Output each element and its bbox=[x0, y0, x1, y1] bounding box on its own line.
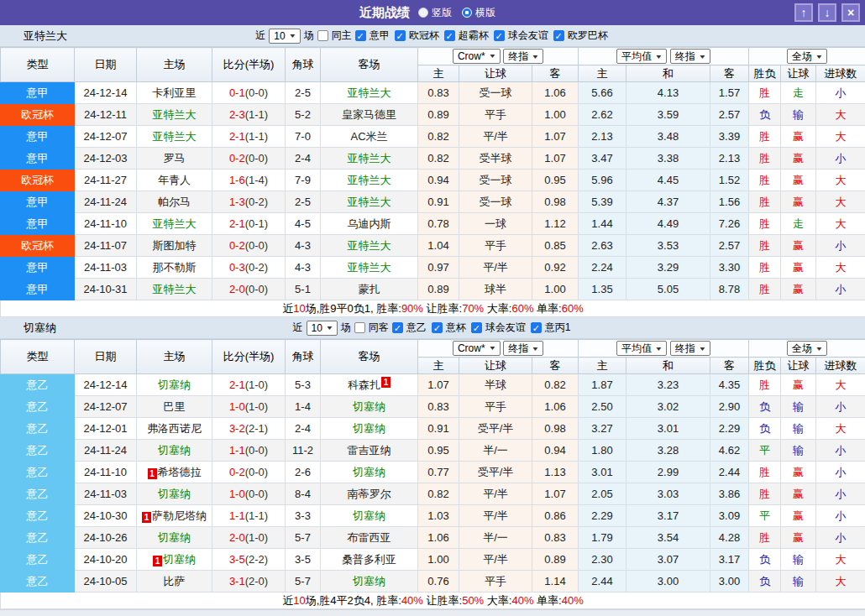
team-link: 亚特兰大 bbox=[153, 283, 197, 295]
radio-vertical-label: 竖版 bbox=[432, 6, 452, 20]
fulltime-select[interactable]: 全场▼ bbox=[787, 49, 827, 64]
away-team[interactable]: 亚特兰大 bbox=[321, 82, 418, 104]
close-button[interactable]: × bbox=[841, 3, 860, 22]
home-team[interactable]: 比萨 bbox=[137, 571, 212, 593]
home-team[interactable]: 年青人 bbox=[137, 170, 212, 191]
radio-vertical-layout[interactable]: 竖版 bbox=[418, 6, 452, 20]
away-team[interactable]: 南蒂罗尔 bbox=[321, 483, 418, 505]
team-link: 亚特兰大 bbox=[348, 196, 391, 208]
final-odds-select-2[interactable]: 终指▼ bbox=[670, 341, 710, 356]
home-team[interactable]: 切塞纳 bbox=[137, 440, 212, 462]
league-checkbox[interactable]: ✓ bbox=[471, 322, 482, 333]
away-team[interactable]: 乌迪内斯 bbox=[321, 213, 418, 235]
recent-count-select[interactable]: 10 ▼ bbox=[307, 321, 338, 336]
home-team[interactable]: 1萨勒尼塔纳 bbox=[137, 505, 212, 527]
team-link: 卡利亚里 bbox=[153, 86, 197, 99]
recent-count-select[interactable]: 10 ▼ bbox=[269, 29, 300, 44]
fulltime-score: 1-1 bbox=[229, 444, 245, 457]
final-odds-select[interactable]: 终指▼ bbox=[503, 49, 543, 64]
matches-table-cesena: 类型 日期 主场 比分(半场) 角球 客场 Crow*▼ 终指▼ 平均值▼ 终指… bbox=[0, 339, 865, 609]
away-team[interactable]: 蒙扎 bbox=[321, 279, 418, 300]
average-select[interactable]: 平均值▼ bbox=[616, 49, 667, 64]
away-team[interactable]: 切塞纳 bbox=[321, 396, 418, 418]
odds-source-select[interactable]: Crow*▼ bbox=[453, 49, 501, 64]
home-team[interactable]: 斯图加特 bbox=[137, 235, 212, 257]
away-team[interactable]: 雷吉亚纳 bbox=[321, 440, 418, 462]
result-goals: 小 bbox=[816, 483, 865, 505]
away-team[interactable]: 切塞纳 bbox=[321, 418, 418, 440]
league-checkbox[interactable]: ✓ bbox=[395, 30, 406, 41]
team-link: 皇家马德里 bbox=[342, 108, 396, 121]
home-team[interactable]: 切塞纳 bbox=[137, 374, 212, 396]
league-checkbox-group: ✓意乙✓意杯✓球会友谊✓意丙1 bbox=[392, 321, 573, 335]
home-team[interactable]: 亚特兰大 bbox=[137, 279, 212, 300]
summary-text: 10 bbox=[293, 302, 305, 315]
sub-avg-away: 客 bbox=[710, 65, 749, 82]
odds-home: 0.76 bbox=[418, 571, 459, 593]
away-team[interactable]: 科森扎1 bbox=[321, 374, 418, 396]
league-checkbox[interactable]: ✓ bbox=[444, 30, 455, 41]
same-away-checkbox[interactable] bbox=[354, 322, 365, 333]
home-team[interactable]: 切塞纳 bbox=[137, 527, 212, 549]
match-row: 意乙24-12-01弗洛西诺尼3-2(2-1)2-4切塞纳0.91受平/半0.9… bbox=[1, 418, 865, 440]
away-team[interactable]: 亚特兰大 bbox=[321, 191, 418, 213]
final-odds-select-2[interactable]: 终指▼ bbox=[670, 49, 710, 64]
home-team[interactable]: 亚特兰大 bbox=[137, 104, 212, 126]
match-row: 意乙24-11-24切塞纳1-1(0-0)11-2雷吉亚纳0.95半/一0.94… bbox=[1, 440, 865, 462]
odds-select-group: Crow*▼ 终指▼ bbox=[418, 340, 579, 358]
away-team[interactable]: 皇家马德里 bbox=[321, 104, 418, 126]
odds-away: 1.07 bbox=[532, 126, 579, 148]
league-checkbox[interactable]: ✓ bbox=[392, 322, 403, 333]
radio-horizontal-layout[interactable]: 横版 bbox=[462, 6, 495, 20]
league-checkbox[interactable]: ✓ bbox=[494, 30, 505, 41]
move-up-button[interactable]: ↑ bbox=[794, 3, 813, 22]
result-goals: 大 bbox=[816, 170, 865, 191]
home-team[interactable]: 弗洛西诺尼 bbox=[137, 418, 212, 440]
team-link: 年青人 bbox=[158, 174, 191, 186]
same-home-checkbox[interactable] bbox=[317, 30, 328, 41]
away-team[interactable]: 切塞纳 bbox=[321, 505, 418, 527]
away-team[interactable]: 亚特兰大 bbox=[321, 170, 418, 191]
home-team[interactable]: 卡利亚里 bbox=[137, 82, 212, 104]
sub-avg-home: 主 bbox=[579, 65, 626, 82]
home-team[interactable]: 1希塔德拉 bbox=[137, 462, 212, 483]
home-team[interactable]: 帕尔马 bbox=[137, 191, 212, 213]
odds-away: 0.94 bbox=[532, 440, 579, 462]
final-odds-select[interactable]: 终指▼ bbox=[503, 341, 543, 356]
avg-draw: 4.49 bbox=[626, 213, 710, 235]
away-team[interactable]: 切塞纳 bbox=[321, 571, 418, 593]
away-team[interactable]: 切塞纳 bbox=[321, 462, 418, 483]
bottom-strip bbox=[0, 609, 865, 616]
odds-source-select[interactable]: Crow*▼ bbox=[453, 341, 501, 356]
league-checkbox[interactable]: ✓ bbox=[531, 322, 542, 333]
result-goals: 小 bbox=[816, 440, 865, 462]
home-team[interactable]: 1切塞纳 bbox=[137, 549, 212, 571]
match-row: 意甲24-11-24帕尔马1-3(0-2)2-5亚特兰大0.91受一球0.985… bbox=[1, 191, 865, 213]
away-team[interactable]: AC米兰 bbox=[321, 126, 418, 148]
home-team[interactable]: 罗马 bbox=[137, 148, 212, 170]
away-team[interactable]: 亚特兰大 bbox=[321, 148, 418, 170]
away-team[interactable]: 桑普多利亚 bbox=[321, 549, 418, 571]
away-team[interactable]: 亚特兰大 bbox=[321, 235, 418, 257]
away-team[interactable]: 亚特兰大 bbox=[321, 257, 418, 279]
average-select-group: 平均值▼ 终指▼ bbox=[579, 340, 749, 358]
avg-home: 1.80 bbox=[579, 440, 626, 462]
fulltime-select[interactable]: 全场▼ bbox=[787, 341, 827, 356]
away-team[interactable]: 布雷西亚 bbox=[321, 527, 418, 549]
average-select[interactable]: 平均值▼ bbox=[616, 341, 667, 356]
home-team[interactable]: 巴里 bbox=[137, 396, 212, 418]
home-team[interactable]: 亚特兰大 bbox=[137, 213, 212, 235]
sub-handicap-result: 让球 bbox=[781, 65, 816, 82]
home-team[interactable]: 亚特兰大 bbox=[137, 126, 212, 148]
avg-away: 7.26 bbox=[710, 213, 749, 235]
home-team[interactable]: 切塞纳 bbox=[137, 483, 212, 505]
fulltime-score: 1-0 bbox=[229, 488, 245, 500]
move-down-button[interactable]: ↓ bbox=[818, 3, 836, 22]
league-checkbox[interactable]: ✓ bbox=[355, 30, 366, 41]
home-team[interactable]: 那不勒斯 bbox=[137, 257, 212, 279]
league-checkbox[interactable]: ✓ bbox=[432, 322, 443, 333]
team-link: 亚特兰大 bbox=[348, 86, 391, 99]
sub-avg-draw: 和 bbox=[626, 65, 710, 82]
sub-home: 主 bbox=[418, 65, 459, 82]
league-checkbox[interactable]: ✓ bbox=[553, 30, 564, 41]
